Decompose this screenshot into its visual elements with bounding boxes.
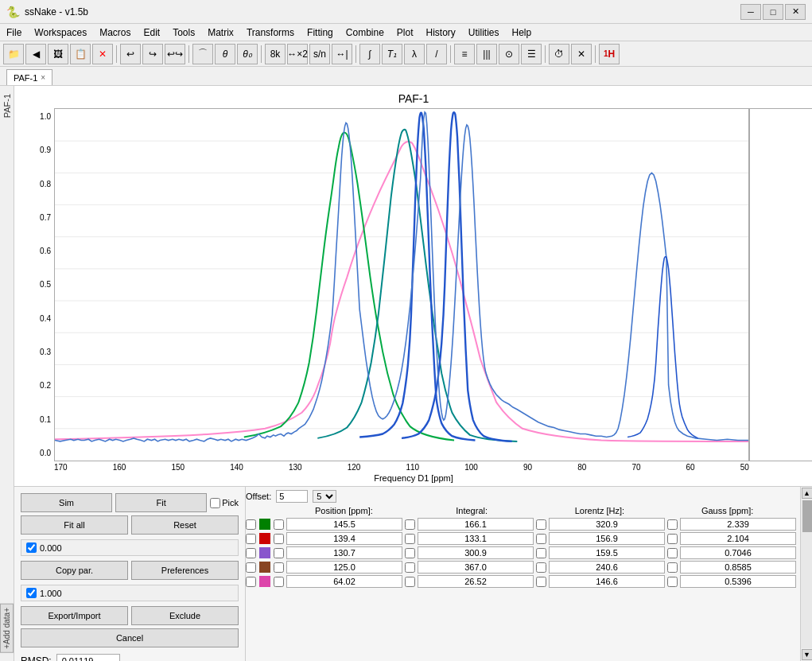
row3-position[interactable] [286, 546, 402, 559]
scroll-up[interactable]: ▲ [802, 488, 813, 499]
row1-int-cb[interactable] [405, 519, 415, 530]
row3-gauss[interactable] [680, 546, 796, 559]
menu-help[interactable]: Help [506, 24, 538, 41]
row2-integral[interactable] [418, 532, 534, 545]
offset-input[interactable] [276, 490, 308, 503]
row1-gauss[interactable] [680, 518, 796, 531]
offset-checkbox[interactable] [26, 542, 37, 553]
toolbar-8k[interactable]: 8k [265, 44, 286, 64]
menu-plot[interactable]: Plot [390, 24, 420, 41]
toolbar-lines[interactable]: ≡ [454, 44, 475, 64]
row1-lor-cb[interactable] [536, 519, 546, 530]
reset-button[interactable]: Reset [131, 515, 239, 535]
tab-paf1[interactable]: PAF-1 × [6, 69, 52, 85]
row3-cb[interactable] [246, 548, 256, 558]
toolbar-clock[interactable]: ⏱ [549, 44, 569, 64]
toolbar-image[interactable]: 🖼 [48, 44, 68, 64]
row4-position[interactable] [286, 561, 402, 574]
row4-cb[interactable] [246, 562, 256, 573]
toolbar-circle[interactable]: ⊙ [499, 44, 519, 64]
toolbar-theta0[interactable]: θ₀ [237, 44, 258, 64]
toolbar-redo2[interactable]: ↩↪ [165, 44, 185, 64]
row3-int-cb[interactable] [405, 548, 415, 558]
toolbar-lambda[interactable]: λ [404, 44, 425, 64]
row4-gauss[interactable] [680, 561, 796, 574]
add-data-button[interactable]: +Add data+ [0, 604, 14, 653]
chart-plot[interactable] [54, 108, 749, 461]
row3-lorentz[interactable] [549, 546, 665, 559]
exclude-button[interactable]: Exclude [131, 606, 239, 625]
toolbar-vlines[interactable]: ||| [476, 44, 497, 64]
offset-select[interactable]: 5 1 2 10 [313, 490, 336, 503]
row5-int-cb[interactable] [405, 577, 415, 587]
toolbar-x2[interactable]: ↔×2 [287, 44, 308, 64]
row1-position[interactable] [286, 518, 402, 531]
toolbar-theta[interactable]: θ [215, 44, 235, 64]
row1-integral[interactable] [418, 518, 534, 531]
export-import-button[interactable]: Export/Import [21, 606, 128, 625]
row3-integral[interactable] [418, 546, 534, 559]
fit-all-button[interactable]: Fit all [21, 515, 128, 535]
row2-gau-cb[interactable] [667, 534, 678, 544]
row5-cb[interactable] [246, 577, 256, 587]
toolbar-integral[interactable]: ∫ [359, 44, 380, 64]
row3-lor-cb[interactable] [536, 548, 546, 558]
tab-close[interactable]: × [41, 73, 45, 82]
row5-gau-cb[interactable] [667, 577, 678, 587]
row5-pos-cb[interactable] [274, 577, 284, 587]
multiplier-checkbox[interactable] [26, 588, 37, 598]
row2-lorentz[interactable] [549, 532, 665, 545]
toolbar-1h[interactable]: 1H [599, 44, 620, 64]
scroll-down[interactable]: ▼ [802, 649, 813, 660]
row5-integral[interactable] [418, 575, 534, 588]
cancel-button[interactable]: Cancel [21, 628, 239, 647]
menu-utilities[interactable]: Utilities [462, 24, 506, 41]
toolbar-slash[interactable]: / [426, 44, 447, 64]
row5-position[interactable] [286, 575, 402, 588]
row1-cb[interactable] [246, 519, 256, 530]
row4-integral[interactable] [418, 561, 534, 574]
row2-gauss[interactable] [680, 532, 796, 545]
menu-combine[interactable]: Combine [340, 24, 390, 41]
row3-gau-cb[interactable] [667, 548, 678, 558]
row4-lor-cb[interactable] [536, 562, 546, 573]
row2-position[interactable] [286, 532, 402, 545]
toolbar-x[interactable]: ✕ [571, 44, 592, 64]
row2-int-cb[interactable] [405, 534, 415, 544]
toolbar-redo[interactable]: ↪ [142, 44, 163, 64]
toolbar-sn[interactable]: s/n [309, 44, 330, 64]
row5-gauss[interactable] [680, 575, 796, 588]
row5-lorentz[interactable] [549, 575, 665, 588]
row1-lorentz[interactable] [549, 518, 665, 531]
row1-pos-cb[interactable] [274, 519, 284, 530]
maximize-button[interactable]: □ [763, 4, 783, 20]
row5-lor-cb[interactable] [536, 577, 546, 587]
row4-pos-cb[interactable] [274, 562, 284, 573]
row3-pos-cb[interactable] [274, 548, 284, 558]
menu-macros[interactable]: Macros [93, 24, 137, 41]
row4-int-cb[interactable] [405, 562, 415, 573]
menu-fitting[interactable]: Fitting [301, 24, 340, 41]
toolbar-arrow[interactable]: ↔| [332, 44, 352, 64]
row4-lorentz[interactable] [549, 561, 665, 574]
menu-edit[interactable]: Edit [138, 24, 167, 41]
row2-pos-cb[interactable] [274, 534, 284, 544]
toolbar-grid[interactable]: ☰ [521, 44, 542, 64]
menu-tools[interactable]: Tools [166, 24, 201, 41]
menu-transforms[interactable]: Transforms [240, 24, 301, 41]
toolbar-phase[interactable]: ⌒ [192, 44, 213, 64]
toolbar-delete[interactable]: ✕ [92, 44, 113, 64]
toolbar-undo[interactable]: ↩ [120, 44, 141, 64]
row2-lor-cb[interactable] [536, 534, 546, 544]
toolbar-clipboard[interactable]: 📋 [70, 44, 91, 64]
pick-checkbox[interactable] [210, 498, 220, 508]
copy-par-button[interactable]: Copy par. [21, 561, 128, 580]
preferences-button[interactable]: Preferences [131, 561, 239, 580]
sim-button[interactable]: Sim [21, 493, 112, 512]
menu-history[interactable]: History [420, 24, 462, 41]
row1-gau-cb[interactable] [667, 519, 678, 530]
menu-workspaces[interactable]: Workspaces [28, 24, 93, 41]
minimize-button[interactable]: ─ [740, 4, 761, 20]
toolbar-t1[interactable]: T₁ [382, 44, 402, 64]
menu-matrix[interactable]: Matrix [201, 24, 240, 41]
